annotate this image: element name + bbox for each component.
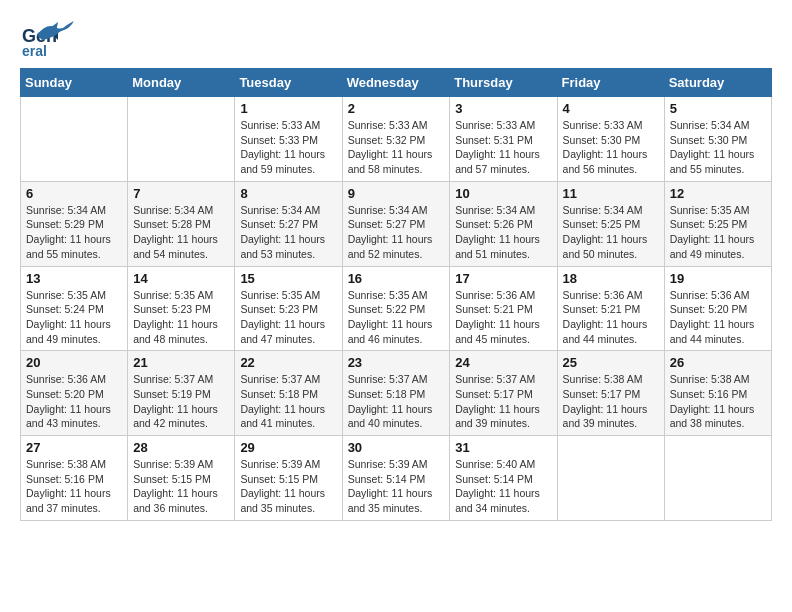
day-number: 1 (240, 101, 336, 116)
day-number: 27 (26, 440, 122, 455)
day-info: Sunrise: 5:33 AM Sunset: 5:30 PM Dayligh… (563, 118, 659, 177)
calendar-cell: 3Sunrise: 5:33 AM Sunset: 5:31 PM Daylig… (450, 97, 557, 182)
calendar-cell (557, 436, 664, 521)
calendar-cell: 8Sunrise: 5:34 AM Sunset: 5:27 PM Daylig… (235, 181, 342, 266)
day-info: Sunrise: 5:35 AM Sunset: 5:23 PM Dayligh… (240, 288, 336, 347)
calendar-week-row: 1Sunrise: 5:33 AM Sunset: 5:33 PM Daylig… (21, 97, 772, 182)
day-info: Sunrise: 5:34 AM Sunset: 5:27 PM Dayligh… (348, 203, 445, 262)
day-number: 4 (563, 101, 659, 116)
day-info: Sunrise: 5:37 AM Sunset: 5:18 PM Dayligh… (240, 372, 336, 431)
calendar-cell: 10Sunrise: 5:34 AM Sunset: 5:26 PM Dayli… (450, 181, 557, 266)
calendar-cell: 22Sunrise: 5:37 AM Sunset: 5:18 PM Dayli… (235, 351, 342, 436)
day-info: Sunrise: 5:35 AM Sunset: 5:22 PM Dayligh… (348, 288, 445, 347)
calendar-cell: 27Sunrise: 5:38 AM Sunset: 5:16 PM Dayli… (21, 436, 128, 521)
day-info: Sunrise: 5:33 AM Sunset: 5:32 PM Dayligh… (348, 118, 445, 177)
day-number: 18 (563, 271, 659, 286)
day-info: Sunrise: 5:37 AM Sunset: 5:18 PM Dayligh… (348, 372, 445, 431)
day-number: 29 (240, 440, 336, 455)
calendar-cell: 12Sunrise: 5:35 AM Sunset: 5:25 PM Dayli… (664, 181, 771, 266)
day-info: Sunrise: 5:35 AM Sunset: 5:24 PM Dayligh… (26, 288, 122, 347)
header-monday: Monday (128, 69, 235, 97)
day-number: 11 (563, 186, 659, 201)
calendar-cell: 19Sunrise: 5:36 AM Sunset: 5:20 PM Dayli… (664, 266, 771, 351)
calendar-cell: 21Sunrise: 5:37 AM Sunset: 5:19 PM Dayli… (128, 351, 235, 436)
day-number: 5 (670, 101, 766, 116)
day-info: Sunrise: 5:36 AM Sunset: 5:21 PM Dayligh… (455, 288, 551, 347)
day-number: 30 (348, 440, 445, 455)
header-thursday: Thursday (450, 69, 557, 97)
day-number: 3 (455, 101, 551, 116)
calendar-cell: 26Sunrise: 5:38 AM Sunset: 5:16 PM Dayli… (664, 351, 771, 436)
calendar-cell: 29Sunrise: 5:39 AM Sunset: 5:15 PM Dayli… (235, 436, 342, 521)
day-info: Sunrise: 5:35 AM Sunset: 5:25 PM Dayligh… (670, 203, 766, 262)
header-tuesday: Tuesday (235, 69, 342, 97)
day-number: 24 (455, 355, 551, 370)
calendar-week-row: 6Sunrise: 5:34 AM Sunset: 5:29 PM Daylig… (21, 181, 772, 266)
header: Gen eral (20, 20, 772, 58)
day-number: 16 (348, 271, 445, 286)
day-number: 2 (348, 101, 445, 116)
header-saturday: Saturday (664, 69, 771, 97)
calendar-cell: 5Sunrise: 5:34 AM Sunset: 5:30 PM Daylig… (664, 97, 771, 182)
day-info: Sunrise: 5:34 AM Sunset: 5:29 PM Dayligh… (26, 203, 122, 262)
day-number: 7 (133, 186, 229, 201)
day-info: Sunrise: 5:38 AM Sunset: 5:16 PM Dayligh… (26, 457, 122, 516)
day-info: Sunrise: 5:37 AM Sunset: 5:17 PM Dayligh… (455, 372, 551, 431)
day-info: Sunrise: 5:34 AM Sunset: 5:25 PM Dayligh… (563, 203, 659, 262)
calendar-cell: 11Sunrise: 5:34 AM Sunset: 5:25 PM Dayli… (557, 181, 664, 266)
day-number: 14 (133, 271, 229, 286)
header-wednesday: Wednesday (342, 69, 450, 97)
day-info: Sunrise: 5:36 AM Sunset: 5:20 PM Dayligh… (26, 372, 122, 431)
logo: Gen eral (20, 20, 77, 58)
header-sunday: Sunday (21, 69, 128, 97)
bird-icon (32, 20, 77, 45)
calendar-cell (128, 97, 235, 182)
day-number: 17 (455, 271, 551, 286)
calendar-cell: 6Sunrise: 5:34 AM Sunset: 5:29 PM Daylig… (21, 181, 128, 266)
day-info: Sunrise: 5:37 AM Sunset: 5:19 PM Dayligh… (133, 372, 229, 431)
day-number: 28 (133, 440, 229, 455)
day-number: 23 (348, 355, 445, 370)
day-info: Sunrise: 5:33 AM Sunset: 5:33 PM Dayligh… (240, 118, 336, 177)
day-info: Sunrise: 5:39 AM Sunset: 5:14 PM Dayligh… (348, 457, 445, 516)
day-number: 10 (455, 186, 551, 201)
calendar-cell (21, 97, 128, 182)
day-number: 31 (455, 440, 551, 455)
day-info: Sunrise: 5:35 AM Sunset: 5:23 PM Dayligh… (133, 288, 229, 347)
day-info: Sunrise: 5:38 AM Sunset: 5:16 PM Dayligh… (670, 372, 766, 431)
calendar-cell: 14Sunrise: 5:35 AM Sunset: 5:23 PM Dayli… (128, 266, 235, 351)
calendar-cell: 25Sunrise: 5:38 AM Sunset: 5:17 PM Dayli… (557, 351, 664, 436)
calendar-cell: 17Sunrise: 5:36 AM Sunset: 5:21 PM Dayli… (450, 266, 557, 351)
day-number: 21 (133, 355, 229, 370)
calendar-week-row: 20Sunrise: 5:36 AM Sunset: 5:20 PM Dayli… (21, 351, 772, 436)
day-number: 9 (348, 186, 445, 201)
calendar-cell: 16Sunrise: 5:35 AM Sunset: 5:22 PM Dayli… (342, 266, 450, 351)
calendar-cell: 15Sunrise: 5:35 AM Sunset: 5:23 PM Dayli… (235, 266, 342, 351)
day-info: Sunrise: 5:39 AM Sunset: 5:15 PM Dayligh… (133, 457, 229, 516)
day-number: 25 (563, 355, 659, 370)
day-number: 13 (26, 271, 122, 286)
day-number: 26 (670, 355, 766, 370)
day-info: Sunrise: 5:36 AM Sunset: 5:21 PM Dayligh… (563, 288, 659, 347)
header-friday: Friday (557, 69, 664, 97)
day-number: 20 (26, 355, 122, 370)
weekday-header-row: Sunday Monday Tuesday Wednesday Thursday… (21, 69, 772, 97)
day-info: Sunrise: 5:34 AM Sunset: 5:28 PM Dayligh… (133, 203, 229, 262)
calendar-cell: 23Sunrise: 5:37 AM Sunset: 5:18 PM Dayli… (342, 351, 450, 436)
calendar-table: Sunday Monday Tuesday Wednesday Thursday… (20, 68, 772, 521)
calendar-week-row: 13Sunrise: 5:35 AM Sunset: 5:24 PM Dayli… (21, 266, 772, 351)
day-number: 6 (26, 186, 122, 201)
day-info: Sunrise: 5:34 AM Sunset: 5:30 PM Dayligh… (670, 118, 766, 177)
calendar-cell: 30Sunrise: 5:39 AM Sunset: 5:14 PM Dayli… (342, 436, 450, 521)
day-number: 19 (670, 271, 766, 286)
calendar-cell: 24Sunrise: 5:37 AM Sunset: 5:17 PM Dayli… (450, 351, 557, 436)
calendar-week-row: 27Sunrise: 5:38 AM Sunset: 5:16 PM Dayli… (21, 436, 772, 521)
day-info: Sunrise: 5:36 AM Sunset: 5:20 PM Dayligh… (670, 288, 766, 347)
calendar-cell: 13Sunrise: 5:35 AM Sunset: 5:24 PM Dayli… (21, 266, 128, 351)
calendar-cell (664, 436, 771, 521)
calendar-cell: 2Sunrise: 5:33 AM Sunset: 5:32 PM Daylig… (342, 97, 450, 182)
page-container: Gen eral (20, 20, 772, 521)
day-info: Sunrise: 5:40 AM Sunset: 5:14 PM Dayligh… (455, 457, 551, 516)
calendar-cell: 1Sunrise: 5:33 AM Sunset: 5:33 PM Daylig… (235, 97, 342, 182)
calendar-cell: 7Sunrise: 5:34 AM Sunset: 5:28 PM Daylig… (128, 181, 235, 266)
